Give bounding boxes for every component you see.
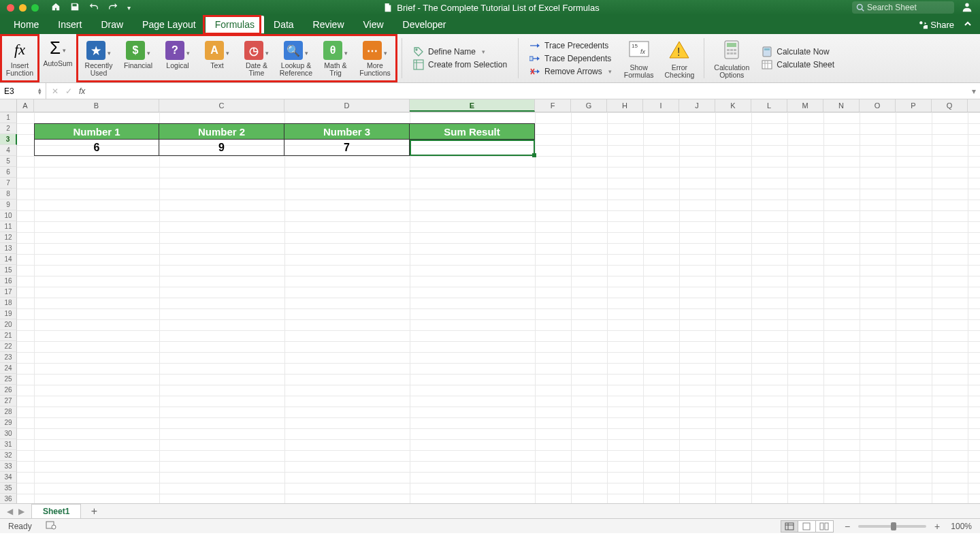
row-header-11[interactable]: 11	[0, 221, 17, 232]
col-header-H[interactable]: H	[607, 99, 643, 112]
table-header-num3[interactable]: Number 3	[284, 123, 410, 140]
tab-developer[interactable]: Developer	[393, 16, 456, 33]
row-header-20[interactable]: 20	[0, 319, 17, 330]
col-header-K[interactable]: K	[715, 99, 751, 112]
grid[interactable]: 1234567891011121314151617181920212223242…	[0, 112, 980, 503]
row-header-14[interactable]: 14	[0, 254, 17, 265]
row-header-32[interactable]: 32	[0, 450, 17, 461]
page-break-view-button[interactable]	[816, 520, 834, 533]
row-header-35[interactable]: 35	[0, 483, 17, 494]
page-layout-view-button[interactable]	[798, 520, 816, 533]
row-header-31[interactable]: 31	[0, 439, 17, 450]
undo-icon[interactable]	[89, 2, 99, 14]
col-header-O[interactable]: O	[860, 99, 896, 112]
library-lookup-reference[interactable]: 🔍▾Lookup & Reference	[278, 41, 314, 77]
zoom-in-button[interactable]: +	[932, 521, 943, 532]
cell-b3[interactable]: 6	[34, 140, 159, 156]
col-header-B[interactable]: B	[34, 99, 159, 112]
row-header-22[interactable]: 22	[0, 341, 17, 352]
create-from-selection-button[interactable]: Create from Selection	[413, 59, 507, 70]
autosum-button[interactable]: Σ▾ AutoSum	[39, 34, 76, 82]
trace-precedents-button[interactable]: Trace Precedents	[529, 40, 612, 51]
normal-view-button[interactable]	[781, 520, 798, 533]
row-header-8[interactable]: 8	[0, 189, 17, 200]
minimize-window-button[interactable]	[19, 4, 27, 12]
define-name-button[interactable]: Define Name ▾	[413, 46, 507, 57]
table-header-num2[interactable]: Number 2	[159, 123, 284, 140]
col-header-N[interactable]: N	[823, 99, 860, 112]
row-header-5[interactable]: 5	[0, 156, 17, 167]
save-icon[interactable]	[70, 2, 80, 14]
row-header-36[interactable]: 36	[0, 494, 17, 503]
row-header-4[interactable]: 4	[0, 145, 17, 156]
library-more-functions[interactable]: ⋯▾More Functions	[357, 41, 393, 77]
tab-insert[interactable]: Insert	[48, 16, 91, 33]
share-button[interactable]: Share	[918, 20, 960, 30]
library-math-trig[interactable]: θ▾Math & Trig	[318, 41, 353, 77]
tab-draw[interactable]: Draw	[91, 16, 133, 33]
row-header-9[interactable]: 9	[0, 200, 17, 210]
row-header-33[interactable]: 33	[0, 461, 17, 472]
library-text[interactable]: A▾Text	[199, 41, 235, 69]
row-header-28[interactable]: 28	[0, 407, 17, 417]
row-header-21[interactable]: 21	[0, 330, 17, 341]
library-recently-used[interactable]: ★▾Recently Used	[81, 41, 116, 77]
row-header-6[interactable]: 6	[0, 167, 17, 178]
tab-formulas[interactable]: Formulas	[206, 16, 264, 33]
zoom-slider[interactable]	[858, 525, 926, 528]
table-header-sum[interactable]: Sum Result	[410, 123, 535, 140]
cell-e3[interactable]	[410, 140, 535, 156]
cell-c3[interactable]: 9	[159, 140, 284, 156]
row-header-23[interactable]: 23	[0, 352, 17, 363]
col-header-P[interactable]: P	[896, 99, 932, 112]
col-header-C[interactable]: C	[159, 99, 284, 112]
close-window-button[interactable]	[7, 4, 14, 12]
zoom-percent[interactable]: 100%	[951, 522, 972, 531]
row-header-3[interactable]: 3	[0, 134, 17, 145]
home-icon[interactable]	[51, 2, 61, 14]
redo-icon[interactable]	[108, 2, 118, 14]
row-header-25[interactable]: 25	[0, 374, 17, 385]
tab-home[interactable]: Home	[4, 16, 48, 33]
sheet-nav-arrows[interactable]: ◀▶	[0, 507, 31, 516]
col-header-M[interactable]: M	[787, 99, 823, 112]
user-icon[interactable]	[961, 1, 973, 15]
library-date-time[interactable]: ◷▾Date & Time	[239, 41, 274, 77]
row-header-27[interactable]: 27	[0, 396, 17, 407]
row-header-17[interactable]: 17	[0, 287, 17, 298]
col-header-F[interactable]: F	[535, 99, 571, 112]
name-box-stepper-icon[interactable]: ▴▾	[38, 88, 42, 95]
row-header-30[interactable]: 30	[0, 428, 17, 439]
col-header-D[interactable]: D	[284, 99, 410, 112]
col-header-E[interactable]: E	[410, 99, 535, 112]
row-header-19[interactable]: 19	[0, 308, 17, 319]
tab-view[interactable]: View	[354, 16, 393, 33]
sheet-tab-1[interactable]: Sheet1	[31, 504, 81, 518]
tab-review[interactable]: Review	[304, 16, 354, 33]
tab-data[interactable]: Data	[264, 16, 304, 33]
calculate-sheet-button[interactable]: Calculate Sheet	[762, 59, 834, 70]
show-formulas-button[interactable]: 15fx Show Formulas	[619, 34, 659, 82]
row-header-12[interactable]: 12	[0, 232, 17, 243]
insert-function-button[interactable]: fx Insert Function	[0, 34, 39, 82]
collapse-ribbon-button[interactable]	[960, 19, 976, 30]
col-header-G[interactable]: G	[571, 99, 607, 112]
table-header-num1[interactable]: Number 1	[34, 123, 159, 140]
calculate-now-button[interactable]: Calculate Now	[762, 46, 834, 57]
col-header-L[interactable]: L	[751, 99, 787, 112]
col-header-J[interactable]: J	[679, 99, 715, 112]
library-logical[interactable]: ?▾Logical	[160, 41, 195, 69]
error-checking-button[interactable]: ! Error Checking	[659, 34, 700, 82]
col-header-I[interactable]: I	[643, 99, 679, 112]
search-sheet-input[interactable]: Search Sheet	[852, 1, 954, 14]
maximize-window-button[interactable]	[31, 4, 39, 12]
add-sheet-button[interactable]: +	[86, 504, 101, 519]
name-box[interactable]: E3 ▴▾	[0, 83, 46, 99]
row-header-10[interactable]: 10	[0, 210, 17, 221]
remove-arrows-button[interactable]: Remove Arrows ▾	[529, 66, 612, 77]
select-all-corner[interactable]	[0, 99, 17, 112]
row-header-18[interactable]: 18	[0, 298, 17, 308]
col-header-A[interactable]: A	[17, 99, 34, 112]
cell-d3[interactable]: 7	[284, 140, 410, 156]
fx-small-icon[interactable]: fx	[79, 86, 85, 96]
